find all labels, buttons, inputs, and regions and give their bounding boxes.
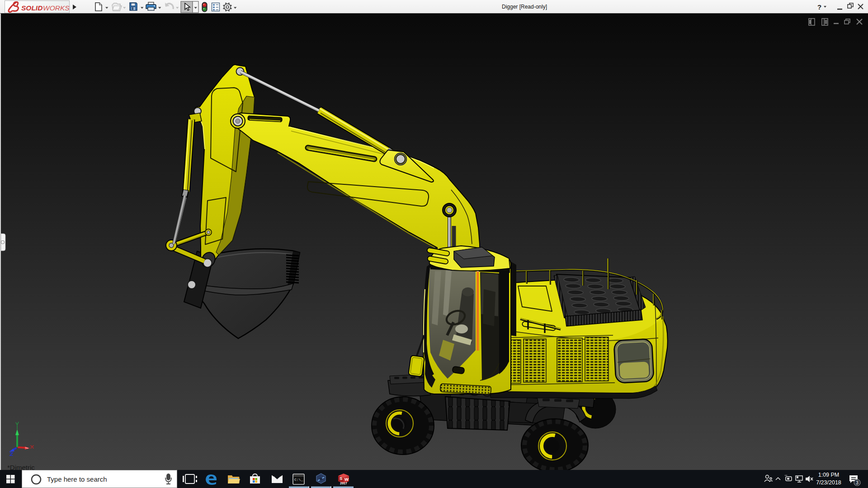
svg-text:*Dimetric: *Dimetric (7, 464, 35, 470)
svg-text:?: ? (817, 3, 821, 11)
svg-text:C:\_: C:\_ (294, 478, 303, 482)
svg-text:3: 3 (856, 480, 859, 485)
svg-text:2017: 2017 (340, 482, 347, 485)
svg-text:W: W (344, 477, 349, 482)
svg-text:S: S (340, 476, 342, 481)
